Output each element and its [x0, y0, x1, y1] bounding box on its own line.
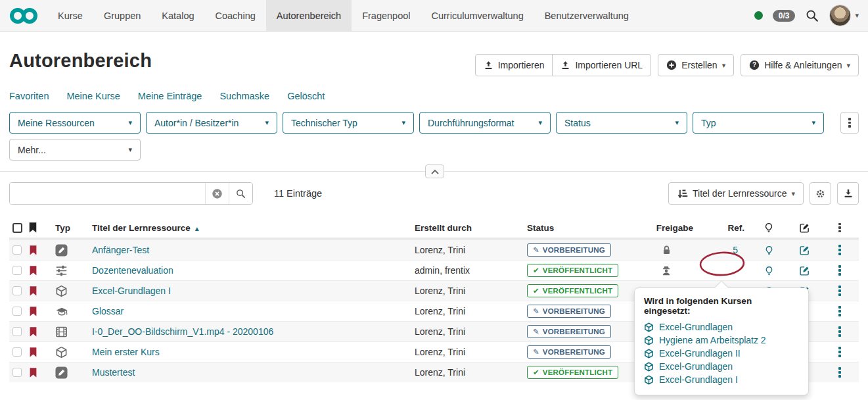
row-checkbox[interactable] — [12, 245, 22, 255]
chevron-up-icon — [431, 169, 439, 174]
resource-title-link[interactable]: Mustertest — [92, 367, 135, 378]
nav-item-coaching[interactable]: Coaching — [205, 0, 266, 31]
popover-course-link[interactable]: Excel-Grundlagen — [644, 320, 799, 334]
filter-status[interactable]: Status ▾ — [556, 112, 687, 134]
collapse-filters-button[interactable] — [425, 164, 444, 178]
course-icon — [644, 322, 654, 332]
chevron-down-icon: ▾ — [811, 118, 815, 127]
header-status[interactable]: Status — [527, 223, 637, 233]
header-freigabe[interactable]: Freigabe — [637, 223, 696, 233]
row-actions-kebab[interactable] — [838, 265, 841, 276]
status-badge: ✎VORBEREITUNG — [527, 325, 611, 338]
header-erstellt-durch[interactable]: Erstellt durch — [415, 223, 527, 233]
edit-icon[interactable] — [799, 245, 810, 256]
tab-suchmaske[interactable]: Suchmaske — [219, 91, 269, 101]
row-actions-kebab[interactable] — [838, 347, 841, 357]
row-checkbox[interactable] — [12, 286, 22, 295]
nav-item-curriculumverwaltung[interactable]: Curriculumverwaltung — [421, 0, 534, 31]
row-checkbox[interactable] — [12, 347, 22, 357]
submit-search-button[interactable] — [229, 183, 252, 204]
row-actions-kebab[interactable] — [838, 286, 841, 296]
filter-technischer-typ[interactable]: Technischer Typ ▾ — [283, 112, 414, 134]
creator-cell: Lorenz, Trini — [415, 245, 527, 255]
bookmark-icon[interactable] — [29, 347, 37, 358]
nav-item-benutzerverwaltung[interactable]: Benutzerverwaltung — [534, 0, 639, 31]
row-actions-kebab[interactable] — [838, 326, 841, 337]
nav-item-autorenbereich[interactable]: Autorenbereich — [266, 0, 352, 31]
filter-durchfuehrungsformat[interactable]: Durchführungsformat ▾ — [419, 112, 551, 134]
glossary-type-icon — [55, 306, 68, 317]
import-button[interactable]: Importieren — [475, 54, 553, 76]
row-actions-kebab[interactable] — [838, 306, 841, 316]
row-checkbox[interactable] — [12, 327, 22, 336]
bookmark-icon[interactable] — [29, 265, 37, 276]
popover-course-link[interactable]: Excel-Grundlagen I — [644, 373, 799, 386]
select-all-checkbox[interactable] — [12, 223, 22, 233]
row-actions-kebab[interactable] — [838, 367, 841, 378]
create-button[interactable]: Erstellen ▾ — [658, 54, 734, 76]
bookmark-icon[interactable] — [29, 367, 37, 378]
tab-meine-eintraege[interactable]: Meine Einträge — [138, 91, 202, 101]
nav-item-gruppen[interactable]: Gruppen — [93, 0, 151, 31]
resource-title-link[interactable]: Glossar — [92, 306, 124, 316]
check-icon: ✔ — [533, 286, 539, 295]
filter-typ[interactable]: Typ ▾ — [693, 112, 824, 134]
resource-title-link[interactable]: Excel-Grundlagen I — [92, 286, 171, 296]
table-settings-button[interactable] — [810, 182, 831, 205]
user-menu[interactable]: ▾ — [829, 5, 859, 26]
lightbulb-icon[interactable] — [764, 222, 774, 234]
edit-icon[interactable] — [799, 265, 810, 276]
nav-item-katalog[interactable]: Katalog — [151, 0, 204, 31]
ref-count[interactable]: 5 — [696, 245, 750, 255]
lightbulb-icon[interactable] — [764, 265, 774, 276]
clear-search-button[interactable] — [205, 183, 229, 204]
table-download-button[interactable] — [837, 182, 859, 205]
chevron-down-icon: ▾ — [538, 118, 542, 127]
resource-title-link[interactable]: I-0_Der_OO-Bildschirm_V1.mp4 - 20200106 — [92, 326, 273, 337]
notification-counter-badge[interactable]: 0/3 — [773, 10, 796, 22]
header-ref[interactable]: Ref. — [696, 223, 750, 233]
nav-item-fragenpool[interactable]: Fragenpool — [352, 0, 421, 31]
header-titel[interactable]: Titel der Lernressource — [92, 223, 191, 233]
filter-meine-ressourcen[interactable]: Meine Ressourcen ▾ — [9, 112, 141, 134]
sort-button[interactable]: Titel der Lernressource ▾ — [668, 182, 804, 205]
course-type-icon — [55, 285, 68, 297]
pencil-icon: ✎ — [533, 327, 539, 336]
openolat-logo[interactable] — [9, 0, 38, 31]
bookmark-icon[interactable] — [29, 306, 37, 317]
help-button[interactable]: ? Hilfe & Anleitungen ▾ — [741, 54, 859, 76]
bookmark-icon[interactable] — [29, 326, 37, 338]
tab-geloescht[interactable]: Gelöscht — [287, 91, 325, 101]
user-secret-icon — [661, 265, 672, 276]
navbar-right: 0/3 ▾ — [754, 0, 859, 31]
bookmark-icon[interactable] — [29, 245, 37, 256]
tab-favoriten[interactable]: Favoriten — [9, 91, 49, 101]
search-icon[interactable] — [805, 9, 819, 23]
filter-mehr[interactable]: Mehr... ▾ — [9, 139, 141, 161]
resource-title-link[interactable]: Mein erster Kurs — [92, 347, 160, 357]
search-input[interactable] — [10, 183, 205, 204]
lightbulb-icon[interactable] — [764, 245, 774, 256]
resource-title-link[interactable]: Anfänger-Test — [92, 245, 149, 255]
edit-icon[interactable] — [799, 222, 810, 234]
row-actions-kebab[interactable] — [838, 245, 841, 255]
row-checkbox[interactable] — [12, 266, 22, 275]
pencil-icon: ✎ — [533, 347, 539, 357]
tab-meine-kurse[interactable]: Meine Kurse — [66, 91, 120, 101]
filter-more-options-button[interactable] — [840, 112, 859, 134]
popover-course-link[interactable]: Excel-Grundlagen II — [644, 347, 799, 360]
import-url-button[interactable]: Importieren URL — [552, 54, 651, 76]
popover-course-link[interactable]: Excel-Grundlagen — [644, 360, 799, 373]
status-badge: ✔VERÖFFENTLICHT — [527, 366, 618, 379]
row-checkbox[interactable] — [12, 368, 22, 377]
bookmark-icon[interactable] — [28, 222, 37, 234]
bookmark-icon[interactable] — [29, 286, 37, 297]
row-checkbox[interactable] — [12, 307, 22, 316]
popover-course-link[interactable]: Hygiene am Arbeitsplatz 2 — [644, 334, 799, 347]
filter-autor-besitzer[interactable]: Autor*in / Besitzer*in ▾ — [146, 112, 277, 134]
resource-title-link[interactable]: Dozentenevaluation — [92, 265, 173, 276]
plus-circle-icon — [666, 60, 677, 70]
header-kebab-icon[interactable] — [838, 223, 841, 233]
nav-item-kurse[interactable]: Kurse — [47, 0, 93, 31]
header-typ[interactable]: Typ — [41, 223, 78, 233]
